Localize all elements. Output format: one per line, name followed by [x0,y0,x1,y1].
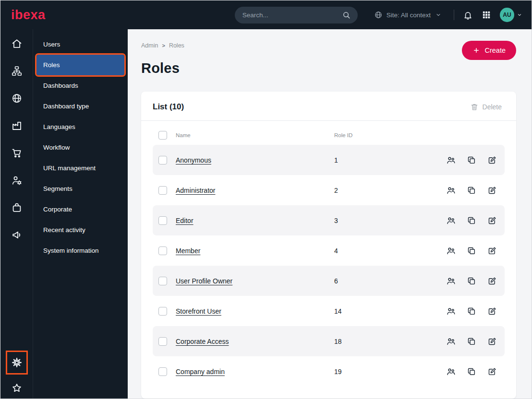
nav-site-button[interactable] [11,93,23,104]
breadcrumb-item-roles: Roles [169,42,184,49]
sidebar-item-languages[interactable]: Languages [36,117,124,137]
role-id-cell: 18 [334,338,433,345]
role-name-link[interactable]: Corporate Access [176,338,229,345]
settings-button[interactable] [11,357,23,368]
user-menu-button[interactable]: AU [500,8,523,22]
assign-button[interactable] [446,186,456,195]
sidebar-item-label: Dashboard type [43,103,89,110]
role-name-link[interactable]: Member [176,247,200,255]
breadcrumb-item-admin[interactable]: Admin [141,42,158,49]
copy-icon [467,246,476,256]
admin-gear-person-icon [11,175,23,186]
sidebar-item-recent-activity[interactable]: Recent activity [36,220,124,240]
assign-button[interactable] [446,337,456,346]
edit-button[interactable] [487,216,497,225]
copy-button[interactable] [467,276,476,286]
site-context-label: Site: All context [387,12,431,19]
sidebar-item-label: System information [43,247,99,254]
edit-button[interactable] [487,186,497,195]
chevron-down-icon [516,12,523,18]
role-name-link[interactable]: Administrator [176,187,215,194]
edit-button[interactable] [487,367,497,376]
copy-button[interactable] [467,155,476,165]
assign-user-icon [446,216,456,225]
role-name-link[interactable]: Storefront User [176,307,221,315]
row-checkbox[interactable] [158,337,167,346]
top-bar: ibexa Site: All context AU [0,0,532,29]
row-checkbox[interactable] [158,216,167,225]
nav-product-catalog-button[interactable] [11,202,23,213]
annotation-highlight-settings [6,351,28,375]
role-id-cell: 19 [334,368,433,376]
assign-button[interactable] [446,155,456,165]
sidebar-item-dashboards[interactable]: Dashboards [36,75,124,96]
sidebar-item-label: Segments [43,185,73,192]
sidebar-item-url-management[interactable]: URL management [36,158,124,178]
sidebar-item-workflow[interactable]: Workflow [36,137,124,158]
table-row: Member 4 [153,235,505,266]
sidebar-item-roles[interactable]: Roles [36,55,124,75]
edit-button[interactable] [487,276,497,286]
select-all-checkbox[interactable] [158,131,167,140]
table-row: Administrator 2 [153,175,505,205]
role-name-link[interactable]: User Profile Owner [176,277,232,285]
table-row: Anonymous 1 [153,145,505,175]
copy-icon [467,155,476,165]
copy-button[interactable] [467,367,476,376]
assign-button[interactable] [446,276,456,286]
bookmarks-button[interactable] [11,382,23,394]
role-id-cell: 2 [334,187,433,194]
sidebar-menu: UsersRolesDashboardsDashboard typeLangua… [33,29,128,399]
site-context-selector[interactable]: Site: All context [371,10,445,20]
copy-button[interactable] [467,306,476,316]
copy-button[interactable] [467,246,476,256]
sidebar-item-corporate[interactable]: Corporate [36,199,124,220]
nav-company-button[interactable] [11,120,23,131]
table-row: Company admin 19 [153,356,505,387]
rail-bottom-group [6,351,28,394]
row-checkbox[interactable] [158,307,167,316]
create-button[interactable]: Create [462,41,516,60]
assign-button[interactable] [446,367,456,376]
roles-card-header: List (10) Delete [141,92,516,121]
delete-button[interactable]: Delete [467,102,505,112]
edit-button[interactable] [487,337,497,346]
search-input[interactable] [242,11,338,19]
assign-user-icon [446,306,456,316]
sidebar-item-label: Users [43,41,60,48]
nav-marketing-button[interactable] [11,229,23,241]
role-name-link[interactable]: Editor [176,217,193,224]
assign-button[interactable] [446,306,456,316]
copy-button[interactable] [467,337,476,346]
row-checkbox[interactable] [158,246,167,255]
role-name-link[interactable]: Anonymous [176,156,211,164]
nav-permissions-button[interactable] [11,175,23,186]
edit-icon [487,246,497,256]
assign-button[interactable] [446,246,456,256]
row-checkbox[interactable] [158,277,167,285]
row-checkbox[interactable] [158,367,167,376]
edit-button[interactable] [487,306,497,316]
edit-button[interactable] [487,155,497,165]
copy-button[interactable] [467,216,476,225]
nav-dashboard-button[interactable] [11,38,23,49]
search-icon[interactable] [342,11,351,20]
row-checkbox[interactable] [158,156,167,164]
role-name-link[interactable]: Company admin [176,368,225,376]
sidebar-item-dashboard-type[interactable]: Dashboard type [36,96,124,117]
edit-button[interactable] [487,246,497,256]
app-switcher-button[interactable] [482,10,491,20]
assign-button[interactable] [446,216,456,225]
main-content: Admin > Roles Roles Create List (10) [128,29,532,399]
row-checkbox[interactable] [158,186,167,195]
nav-content-button[interactable] [11,65,23,77]
copy-button[interactable] [467,186,476,195]
table-row: Editor 3 [153,205,505,235]
ibexa-logo[interactable]: ibexa [11,9,46,22]
copy-icon [467,337,476,346]
sidebar-item-users[interactable]: Users [36,34,124,55]
sidebar-item-segments[interactable]: Segments [36,178,124,199]
nav-commerce-button[interactable] [11,147,23,159]
notifications-button[interactable] [463,10,473,20]
sidebar-item-system-information[interactable]: System information [36,240,124,261]
